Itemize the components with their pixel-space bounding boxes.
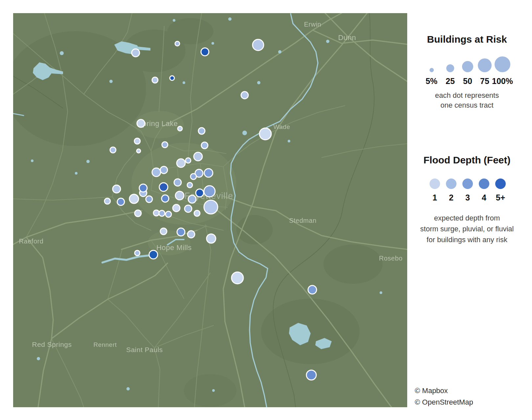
osm-attribution: © OpenStreetMap: [415, 398, 473, 407]
flood-legend-note: expected depth from storm surge, pluvial…: [407, 213, 527, 245]
census-tract-dot[interactable]: [194, 152, 202, 161]
flood-legend-label-1: 1: [432, 193, 437, 202]
place-label-saint-pauls: Saint Pauls: [126, 346, 163, 353]
flood-note-line1: expected depth from: [407, 213, 527, 223]
census-tract-dot[interactable]: [173, 204, 180, 212]
size-legend-label-25: 25: [446, 76, 455, 86]
flood-color-scale: [421, 178, 514, 190]
census-tract-dot[interactable]: [149, 250, 158, 259]
flood-legend-dot-5+: [495, 178, 506, 189]
size-legend-label-5%: 5%: [426, 76, 437, 86]
map-canvas: ErwinDunnSpring LakeWadeFayettevilleSted…: [13, 13, 407, 407]
census-tract-dot[interactable]: [187, 182, 192, 188]
census-tract-dot[interactable]: [137, 119, 145, 127]
census-tract-dot[interactable]: [159, 183, 168, 191]
census-tract-dot[interactable]: [177, 159, 185, 167]
census-tract-dot[interactable]: [201, 48, 209, 56]
mapbox-attribution: © Mapbox: [415, 387, 448, 395]
place-label-hope-mills: Hope Mills: [156, 243, 192, 252]
place-label-raeford: Raeford: [19, 238, 44, 245]
census-tract-dot[interactable]: [306, 370, 316, 380]
flood-legend-label-2: 2: [449, 193, 454, 202]
census-tract-dot[interactable]: [129, 194, 139, 203]
place-label-red-springs: Red Springs: [32, 341, 72, 348]
place-label-rennert: Rennert: [93, 341, 117, 348]
census-tract-dot[interactable]: [175, 41, 180, 46]
census-tract-dot[interactable]: [135, 250, 140, 256]
census-tract-dot[interactable]: [104, 198, 110, 204]
census-tract-dot[interactable]: [160, 228, 167, 235]
flood-note-line2: storm surge, pluvial, or fluvial: [407, 223, 527, 234]
census-tract-dot[interactable]: [190, 174, 196, 179]
census-tract-dot[interactable]: [194, 210, 200, 216]
buildings-note-line2: one census tract: [407, 100, 527, 110]
census-tract-dot[interactable]: [241, 92, 248, 99]
census-tract-dot[interactable]: [153, 210, 159, 216]
place-label-dunn: Dunn: [338, 33, 356, 42]
size-legend-dot-100%: [495, 56, 510, 72]
census-tract-dot[interactable]: [207, 234, 216, 243]
census-tract-dot[interactable]: [253, 39, 264, 51]
census-tract-dot[interactable]: [146, 196, 152, 202]
census-tract-dot[interactable]: [185, 205, 192, 212]
census-tract-dot[interactable]: [160, 166, 167, 174]
census-tract-dot[interactable]: [177, 228, 185, 236]
census-tract-dot[interactable]: [204, 200, 218, 214]
census-tract-dot[interactable]: [134, 138, 140, 144]
flood-legend-dot-3: [462, 178, 473, 189]
place-label-erwin: Erwin: [304, 21, 321, 28]
flood-legend-label-3: 3: [465, 193, 470, 202]
census-tract-dot[interactable]: [178, 126, 182, 131]
census-tract-dot[interactable]: [188, 195, 196, 203]
census-tract-dot[interactable]: [198, 128, 205, 134]
census-tract-dot[interactable]: [113, 185, 121, 193]
flood-legend-dot-2: [446, 178, 456, 189]
census-tract-dot[interactable]: [170, 76, 174, 80]
size-legend-label-50: 50: [463, 76, 472, 86]
flood-note-line3: for buildings with any risk: [407, 234, 527, 245]
size-legend-dot-50: [462, 61, 473, 72]
census-tract-dot[interactable]: [117, 198, 124, 205]
census-tract-dot[interactable]: [175, 191, 184, 200]
size-legend-label-100%: 100%: [492, 76, 513, 86]
size-legend-label-75: 75: [480, 76, 489, 86]
buildings-size-scale: [422, 56, 513, 73]
flood-legend-dot-4: [479, 178, 489, 189]
place-label-wade: Wade: [274, 123, 290, 130]
census-tract-dot[interactable]: [162, 195, 169, 202]
census-tract-dot[interactable]: [196, 189, 204, 197]
flood-legend-title: Flood Depth (Feet): [407, 155, 527, 166]
census-tract-dot[interactable]: [166, 211, 171, 217]
buildings-legend-title: Buildings at Risk: [407, 34, 527, 45]
flood-legend-label-4: 4: [482, 193, 486, 202]
census-tract-dot[interactable]: [232, 272, 243, 284]
census-tract-dot[interactable]: [152, 168, 161, 177]
census-tract-dot[interactable]: [188, 231, 195, 238]
census-tract-dot[interactable]: [204, 186, 215, 197]
buildings-size-labels: 5%255075100%: [422, 76, 513, 86]
census-tract-dot[interactable]: [139, 184, 147, 192]
buildings-note-line1: each dot represents: [407, 91, 527, 100]
flood-legend-dot-1: [430, 178, 440, 189]
census-tract-dot[interactable]: [132, 49, 140, 57]
size-legend-dot-25: [446, 64, 454, 72]
place-label-stedman: Stedman: [289, 217, 317, 224]
census-tract-dot[interactable]: [137, 149, 141, 153]
census-tract-dot[interactable]: [259, 128, 271, 140]
census-tract-dot[interactable]: [204, 169, 213, 177]
size-legend-dot-75: [478, 58, 492, 72]
census-tract-dot[interactable]: [152, 77, 158, 83]
census-tract-dot[interactable]: [135, 210, 141, 217]
census-tract-dot[interactable]: [308, 285, 317, 294]
buildings-legend-note: each dot represents one census tract: [407, 91, 527, 110]
place-label-rosebo: Rosebo: [379, 255, 403, 262]
map-viewport[interactable]: ErwinDunnSpring LakeWadeFayettevilleSted…: [13, 13, 407, 407]
census-tract-dot[interactable]: [201, 142, 208, 149]
flood-color-labels: 12345+: [421, 193, 514, 203]
census-tract-dot[interactable]: [110, 147, 116, 153]
census-tract-dot[interactable]: [174, 179, 181, 186]
census-tract-dot[interactable]: [186, 158, 191, 163]
census-tract-dot[interactable]: [162, 142, 168, 148]
size-legend-dot-5%: [430, 68, 434, 72]
census-tract-dot[interactable]: [159, 210, 165, 216]
